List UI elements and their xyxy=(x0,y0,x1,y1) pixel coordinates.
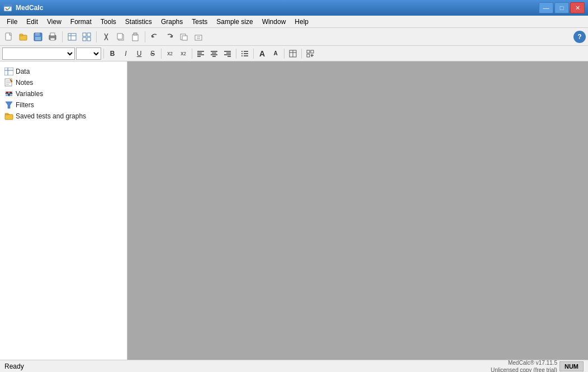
fmt-sep-6 xyxy=(284,49,284,59)
underline-button[interactable]: U xyxy=(133,47,145,60)
menu-item-sample-size[interactable]: Sample size xyxy=(212,17,257,27)
format-bar: B I U S x2 x2 A A xyxy=(0,46,588,61)
separator-1 xyxy=(62,31,63,42)
notes-icon xyxy=(4,78,13,87)
app-icon xyxy=(3,3,12,12)
font-select[interactable] xyxy=(2,47,75,60)
fmt-sep-1 xyxy=(103,49,104,59)
tree-item-filters[interactable]: Filters xyxy=(2,99,125,111)
shrink-font-button[interactable]: A xyxy=(269,47,282,60)
tree-panel: Data Notes xyxy=(0,61,127,360)
menu-item-help[interactable]: Help xyxy=(290,17,313,27)
tree-item-notes[interactable]: Notes xyxy=(2,77,125,88)
svg-rect-27 xyxy=(182,36,187,40)
version-info: MedCalc® v17.11.5 Unlicensed copy (free … xyxy=(491,359,557,373)
tree-label-notes: Notes xyxy=(16,79,33,87)
list-button[interactable] xyxy=(239,47,251,60)
align-right-button[interactable] xyxy=(221,47,234,60)
tree-label-variables: Variables xyxy=(16,90,43,98)
grow-font-button[interactable]: A xyxy=(256,47,268,60)
close-button[interactable]: ✕ xyxy=(570,2,585,13)
fmt-sep-5 xyxy=(253,49,254,59)
menu-item-tools[interactable]: Tools xyxy=(96,17,121,27)
svg-rect-19 xyxy=(87,37,91,41)
title-left: MedCalc xyxy=(3,3,43,12)
svg-marker-67 xyxy=(6,102,12,108)
svg-rect-52 xyxy=(307,50,310,53)
minimize-button[interactable]: — xyxy=(539,2,553,13)
title-controls: — □ ✕ xyxy=(539,2,585,13)
status-left: Ready xyxy=(4,363,24,370)
svg-rect-17 xyxy=(87,33,91,36)
save-button[interactable] xyxy=(31,30,45,44)
italic-button[interactable]: I xyxy=(120,47,132,60)
separator-3 xyxy=(145,31,145,42)
filters-icon xyxy=(4,101,13,109)
redo-button[interactable] xyxy=(163,30,176,44)
num-indicator: NUM xyxy=(559,361,584,371)
tree-label-filters: Filters xyxy=(16,101,34,109)
tree-item-saved[interactable]: Saved tests and graphs xyxy=(2,111,125,122)
special-char-button[interactable] xyxy=(304,47,316,60)
paste2-button[interactable] xyxy=(192,30,205,44)
tree-label-saved: Saved tests and graphs xyxy=(16,112,86,120)
svg-rect-11 xyxy=(50,33,55,36)
strikethrough-button[interactable]: S xyxy=(146,47,159,60)
toolbar: ? xyxy=(0,28,588,46)
svg-rect-57 xyxy=(4,68,13,75)
tree-label-data: Data xyxy=(16,68,30,75)
svg-point-45 xyxy=(241,55,243,56)
svg-rect-13 xyxy=(68,34,76,40)
svg-rect-8 xyxy=(35,33,40,36)
content-area xyxy=(127,61,588,360)
svg-point-44 xyxy=(241,53,243,54)
svg-rect-6 xyxy=(20,34,23,36)
help-button[interactable]: ? xyxy=(573,31,586,43)
menu-item-statistics[interactable]: Statistics xyxy=(121,17,157,27)
tree-item-variables[interactable]: Variables xyxy=(2,88,125,99)
maximize-button[interactable]: □ xyxy=(554,2,569,13)
subscript-button[interactable]: x2 xyxy=(164,47,176,60)
bold-button[interactable]: B xyxy=(106,47,118,60)
svg-rect-53 xyxy=(311,50,314,53)
data-icon xyxy=(4,67,13,76)
copy-button[interactable] xyxy=(114,30,127,44)
svg-rect-12 xyxy=(50,38,55,40)
fmt-sep-7 xyxy=(301,49,302,59)
menu-item-graphs[interactable]: Graphs xyxy=(157,17,187,27)
svg-rect-25 xyxy=(134,33,137,35)
svg-rect-23 xyxy=(117,34,122,39)
menu-item-format[interactable]: Format xyxy=(66,17,96,27)
align-left-button[interactable] xyxy=(195,47,207,60)
version-line2: Unlicensed copy (free trial) xyxy=(491,366,557,373)
data-button[interactable] xyxy=(65,30,79,44)
separator-2 xyxy=(96,31,97,42)
paste-button[interactable] xyxy=(129,30,142,44)
svg-rect-54 xyxy=(307,54,310,57)
align-center-button[interactable] xyxy=(208,47,220,60)
menu-item-edit[interactable]: Edit xyxy=(22,17,42,27)
font-size-select[interactable] xyxy=(76,47,101,60)
undo-button[interactable] xyxy=(148,30,162,44)
cut-button[interactable] xyxy=(99,30,113,44)
app-title: MedCalc xyxy=(16,4,43,12)
main-area: Data Notes xyxy=(0,61,588,360)
insert-table-button[interactable] xyxy=(287,47,299,60)
open-button[interactable] xyxy=(17,30,30,44)
version-line1: MedCalc® v17.11.5 xyxy=(491,359,557,366)
tree-item-data[interactable]: Data xyxy=(2,66,125,77)
menu-item-file[interactable]: File xyxy=(2,17,22,27)
svg-rect-24 xyxy=(132,35,138,41)
menu-item-window[interactable]: Window xyxy=(258,17,291,27)
copy2-button[interactable] xyxy=(177,30,191,44)
new-button[interactable] xyxy=(2,30,16,44)
content-inner xyxy=(129,63,587,359)
print-button[interactable] xyxy=(46,30,59,44)
svg-rect-1 xyxy=(4,4,12,7)
menu-item-tests[interactable]: Tests xyxy=(187,17,212,27)
grid-button[interactable] xyxy=(80,30,93,44)
superscript-button[interactable]: x2 xyxy=(177,47,189,60)
fmt-sep-3 xyxy=(192,49,192,59)
svg-rect-16 xyxy=(83,33,86,36)
menu-item-view[interactable]: View xyxy=(42,17,66,27)
